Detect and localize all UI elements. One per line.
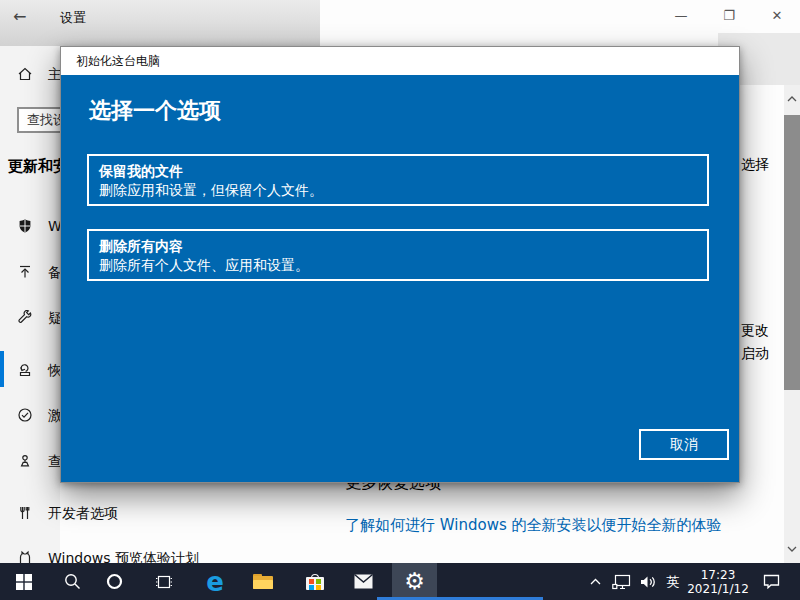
sidebar-item-label: 开发者选项 [48,505,118,523]
date-label: 2021/1/12 [687,582,749,596]
activation-icon [17,407,33,423]
screen: ← 设置 — ❐ ✕ 主页 查找设置 更新和安全 Windows 安全中心 备份 [0,0,800,600]
content-fragment: 更改 [741,322,769,340]
app-title: 设置 [60,9,86,27]
content-fragment: 选择 [741,156,769,174]
cortana-button[interactable] [94,563,134,600]
network-tray-button[interactable] [608,563,634,600]
search-icon [64,573,81,590]
backup-icon [17,264,33,280]
dialog-title: 初始化这台电脑 [61,47,739,75]
option-keep-my-files[interactable]: 保留我的文件 删除应用和设置，但保留个人文件。 [87,154,709,206]
edge-button[interactable]: e [193,563,237,600]
reset-pc-dialog: 初始化这台电脑 选择一个选项 保留我的文件 删除应用和设置，但保留个人文件。 删… [60,46,740,483]
home-icon [17,66,33,82]
scrollbar-down-icon[interactable] [784,541,800,557]
shield-icon [17,218,33,234]
option-desc: 删除应用和设置，但保留个人文件。 [99,181,707,200]
action-center-icon [763,574,780,589]
taskbar-search-button[interactable] [52,563,92,600]
troubleshoot-icon [17,310,33,326]
cortana-icon [106,573,123,590]
scrollbar[interactable] [784,85,800,563]
action-center-button[interactable] [754,563,788,600]
restore-button[interactable]: ❐ [718,6,740,26]
network-icon [612,574,631,590]
taskbar: e ⚙ [0,563,800,600]
titlebar-left-shade [0,0,320,46]
option-title: 删除所有内容 [99,236,707,256]
file-explorer-icon [253,574,273,589]
tray-expand-button[interactable] [586,563,604,600]
scrollbar-up-icon[interactable] [784,91,800,107]
store-button[interactable] [293,563,337,600]
clock[interactable]: 17:23 2021/1/12 [684,563,752,600]
sidebar-item-developer[interactable]: 开发者选项 [0,502,230,526]
volume-tray-button[interactable] [636,563,660,600]
option-desc: 删除所有个人文件、应用和设置。 [99,256,707,275]
mail-icon [354,574,373,589]
gear-icon: ⚙ [404,570,425,593]
task-view-button[interactable] [144,563,184,600]
edge-icon: e [206,569,224,595]
close-button[interactable]: ✕ [766,6,788,26]
windows-logo-icon [16,574,32,590]
minimize-button[interactable]: — [670,6,692,26]
start-button[interactable] [4,563,44,600]
find-device-icon [17,453,33,469]
cancel-button[interactable]: 取消 [639,429,729,460]
settings-taskbar-button[interactable]: ⚙ [392,563,437,600]
back-arrow-icon[interactable]: ← [13,7,26,26]
developer-icon [17,505,33,521]
recovery-icon [17,362,33,378]
option-remove-everything[interactable]: 删除所有内容 删除所有个人文件、应用和设置。 [87,229,709,281]
option-title: 保留我的文件 [99,161,707,181]
file-explorer-button[interactable] [241,563,285,600]
time-label: 17:23 [701,568,736,582]
mail-button[interactable] [341,563,385,600]
content-fragment: 启动 [741,345,769,363]
chevron-up-icon [590,578,601,585]
fresh-start-link[interactable]: 了解如何进行 Windows 的全新安装以便开始全新的体验 [345,516,722,535]
ime-indicator[interactable]: 英 [662,563,684,600]
speaker-icon [640,575,657,589]
ime-label: 英 [667,573,680,591]
store-icon [306,574,324,590]
task-view-icon [155,574,173,590]
scrollbar-thumb[interactable] [784,115,800,390]
dialog-heading: 选择一个选项 [89,96,221,126]
